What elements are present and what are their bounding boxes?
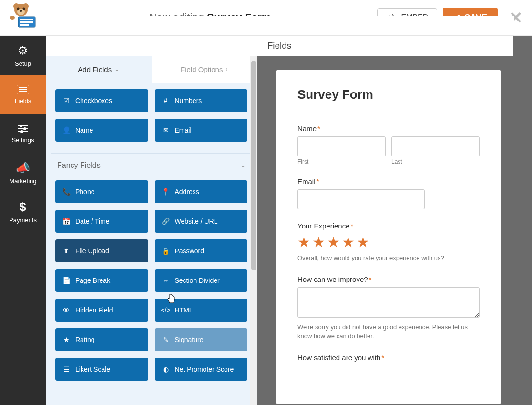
copy-icon: 📄 [62,277,71,284]
field-list-scroll[interactable]: ☑Checkboxes #Numbers 👤Name ✉Email Fancy … [46,83,257,405]
calendar-icon: 📅 [62,218,71,225]
user-icon: 👤 [62,126,71,134]
panel-tabs: Add Fields ⌄ Field Options › [46,56,257,83]
svg-point-10 [20,10,22,12]
preview-area: Survey Form Name* First Last Email* [257,36,532,405]
first-sublabel: First [297,158,386,165]
star-icon[interactable]: ★ [357,234,369,250]
svg-point-9 [23,7,25,10]
svg-point-17 [20,125,22,127]
field-datetime[interactable]: 📅Date / Time [55,210,148,233]
chevron-right-icon: › [225,66,227,73]
field-satisfied-preview[interactable]: How satisfied are you with* [297,353,480,362]
improve-label: How can we improve?* [297,275,480,283]
field-page-break[interactable]: 📄Page Break [55,269,148,292]
field-address[interactable]: 📍Address [155,180,248,203]
arrows-h-icon: ↔ [162,277,170,284]
field-section-divider[interactable]: ↔Section Divider [155,269,248,292]
field-signature[interactable]: ✎Signature [155,328,248,351]
svg-rect-2 [20,21,33,23]
form-preview: Survey Form Name* First Last Email* [276,70,501,404]
rail-marketing[interactable]: 📣 Marketing [0,153,46,192]
form-title: Survey Form [297,87,480,102]
pin-icon: 📍 [162,188,170,196]
rail-fields[interactable]: Fields [0,75,46,114]
improve-desc: We're sorry you did not have a good expe… [297,322,480,341]
svg-rect-1 [20,19,33,20]
rail-settings[interactable]: Settings [0,114,46,153]
experience-desc: Overall, how would you rate your experie… [297,253,480,263]
svg-point-19 [23,127,26,130]
field-html[interactable]: </>HTML [155,299,248,322]
star-icon[interactable]: ★ [297,234,310,250]
last-name-input[interactable] [391,136,480,156]
panel-title [46,16,514,36]
hash-icon: # [162,97,170,104]
link-icon: 🔗 [162,218,170,225]
satisfied-label: How satisfied are you with* [297,353,480,362]
left-rail: ⚙ Setup Fields Settings 📣 Marketing $ Pa… [0,36,46,405]
star-icon[interactable]: ★ [312,234,325,250]
checkbox-icon: ☑ [62,97,71,104]
field-numbers[interactable]: #Numbers [155,89,248,112]
field-password[interactable]: 🔒Password [155,239,248,262]
gauge-icon: ◐ [162,365,170,373]
chevron-down-icon: ⌄ [114,66,119,73]
first-name-input[interactable] [297,136,386,156]
phone-icon: 📞 [62,188,71,196]
field-likert[interactable]: ☰Likert Scale [55,358,148,381]
panel-heading: Fields [267,41,292,51]
dollar-icon: $ [20,200,26,214]
field-hidden[interactable]: 👁Hidden Field [55,299,148,322]
field-experience-preview[interactable]: Your Experience* ★ ★ ★ ★ ★ Overall, how … [297,222,480,263]
field-phone[interactable]: 📞Phone [55,180,148,203]
star-icon[interactable]: ★ [342,234,355,250]
list-icon [17,85,29,94]
tab-add-fields[interactable]: Add Fields ⌄ [46,56,152,83]
eye-slash-icon: 👁 [62,306,71,314]
last-sublabel: Last [391,158,480,165]
chevron-down-icon: ⌄ [241,162,246,169]
panel-scrollbar[interactable] [250,56,257,405]
scrollbar-thumb[interactable] [251,61,256,270]
field-name[interactable]: 👤Name [55,119,148,142]
email-input[interactable] [297,189,425,209]
field-website[interactable]: 🔗Website / URL [155,210,248,233]
star-rating[interactable]: ★ ★ ★ ★ ★ [297,234,480,250]
svg-point-21 [20,130,23,133]
app-logo [10,2,38,29]
pencil-icon: ✎ [162,336,170,343]
svg-point-11 [10,16,15,20]
field-file-upload[interactable]: ⬆File Upload [55,239,148,262]
svg-rect-3 [20,24,29,26]
bars-icon: ☰ [62,365,71,373]
email-label: Email* [297,177,480,186]
field-name-preview[interactable]: Name* First Last [297,125,480,165]
rail-payments[interactable]: $ Payments [0,192,46,231]
star-icon[interactable]: ★ [327,234,340,250]
tab-field-options[interactable]: Field Options › [152,56,257,83]
gear-icon: ⚙ [18,44,28,57]
field-email[interactable]: ✉Email [155,119,248,142]
rail-setup[interactable]: ⚙ Setup [0,36,46,75]
experience-label: Your Experience* [297,222,480,230]
lock-icon: 🔒 [162,247,170,255]
field-nps[interactable]: ◐Net Promoter Score [155,358,248,381]
code-icon: </> [162,306,170,314]
upload-icon: ⬆ [62,247,71,255]
envelope-icon: ✉ [162,126,170,134]
star-icon: ★ [62,336,71,343]
field-rating[interactable]: ★Rating [55,328,148,351]
field-improve-preview[interactable]: How can we improve?* We're sorry you did… [297,275,480,341]
fields-panel: Fields Add Fields ⌄ Field Options › ☑Che… [46,36,257,405]
field-checkboxes[interactable]: ☑Checkboxes [55,89,148,112]
bullhorn-icon: 📣 [16,161,30,175]
fancy-fields-header[interactable]: Fancy Fields ⌄ [51,153,251,174]
divider [297,111,480,111]
sliders-icon [17,124,29,134]
name-label: Name* [297,125,480,133]
svg-point-8 [17,7,20,10]
improve-textarea[interactable] [297,287,480,318]
field-email-preview[interactable]: Email* [297,177,480,209]
